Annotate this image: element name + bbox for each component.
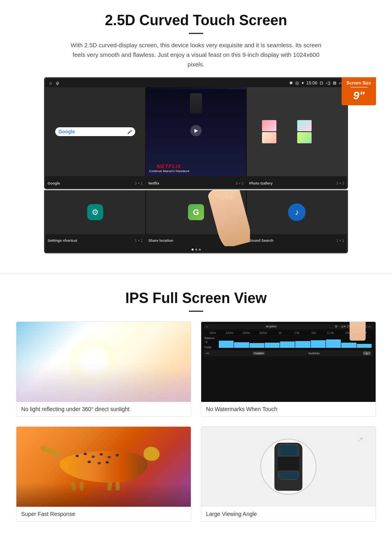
page-dot-3 xyxy=(199,249,201,251)
feature-card-car: ↗ Large Viewing Angle xyxy=(201,426,376,522)
section1-description: With 2.5D curved-display screen, this de… xyxy=(68,40,324,69)
eq-bar-5 xyxy=(280,341,295,348)
wifi-icon: ▾ xyxy=(302,80,304,86)
car-top-view-circle xyxy=(260,439,316,495)
google-search-bar[interactable]: Google 🎤 xyxy=(55,127,135,136)
section-ips-screen: IPS Full Screen View No light reflecting… xyxy=(0,286,392,538)
feature-img-amplifier: ⌂ Amplifier ☰ ··· ◎ ▾ 17:33 ⊡ ◁) ⊠ ▭ — 6… xyxy=(201,322,376,402)
app-cell-google[interactable]: Google 🎤 xyxy=(45,87,145,176)
app-labels-row1: Google 3 × 1 Netflix 3 × 2 Photo Gallery… xyxy=(45,176,347,189)
amp-hand xyxy=(346,321,368,349)
app-label-settings: Settings shortcut 1 × 1 xyxy=(45,234,145,247)
play-button[interactable]: ▶ xyxy=(190,125,202,136)
amp-loudness-label: loudness xyxy=(308,352,320,355)
eq-bar-2 xyxy=(234,342,249,348)
home-icon: ⌂ xyxy=(49,80,52,85)
app-cell-maps[interactable]: G xyxy=(146,190,246,234)
sound-size: 1 × 1 xyxy=(336,239,344,243)
gallery-size: 2 × 2 xyxy=(336,181,344,185)
app-label-sound: Sound Search 1 × 1 xyxy=(247,234,347,247)
app-cell-netflix[interactable]: ▶ NETFLIX Continue Marvel's Daredevil xyxy=(146,87,246,176)
gallery-thumb-2 xyxy=(297,120,312,131)
eq-bar-4 xyxy=(265,343,280,348)
badge-divider xyxy=(350,87,368,88)
gallery-thumb-3 xyxy=(262,132,276,143)
app-cell-sound-search[interactable]: ♪ xyxy=(247,190,347,234)
settings-size: 1 × 1 xyxy=(135,239,143,243)
device-screen: ⌂ ψ ✱ ◎ ▾ 15:06 ⊡ ◁) ⊠ ▭ xyxy=(44,77,348,189)
battery-icon: ⊠ xyxy=(333,80,336,86)
sound-label: Sound Search xyxy=(249,239,274,243)
amp-custom-button[interactable]: Custom xyxy=(252,351,265,355)
title-divider xyxy=(189,33,203,34)
page-dot-1 xyxy=(192,249,194,251)
eq-bar-3 xyxy=(250,343,264,348)
camera-icon: ⊡ xyxy=(320,80,323,86)
badge-size: 9" xyxy=(346,89,371,102)
feature-caption-sunlight: No light reflecting under 360° direct su… xyxy=(16,402,191,416)
device-screen-row2: ⚙ G ♪ Setti xyxy=(44,190,348,253)
google-size: 3 × 1 xyxy=(135,181,143,185)
cheetah-spots xyxy=(76,455,79,457)
volume-icon: ◁) xyxy=(326,80,330,86)
eq-bar-8 xyxy=(326,339,341,348)
clock: 15:06 xyxy=(306,80,318,85)
status-right-icons: ✱ ◎ ▾ 15:06 ⊡ ◁) ⊠ ▭ xyxy=(289,80,343,86)
netflix-logo: NETFLIX xyxy=(149,163,189,169)
amp-toggle[interactable]: ● xyxy=(363,351,371,355)
car-direction-arrow: ↗ xyxy=(357,435,364,444)
screen-size-badge: Screen Size 9" xyxy=(342,77,376,105)
feature-card-amplifier: ⌂ Amplifier ☰ ··· ◎ ▾ 17:33 ⊡ ◁) ⊠ ▭ — 6… xyxy=(201,321,376,417)
cheetah-body xyxy=(60,451,148,483)
settings-label: Settings shortcut xyxy=(48,239,77,243)
feature-caption-car: Large Viewing Angle xyxy=(201,507,376,521)
feature-img-car: ↗ xyxy=(201,427,376,507)
device-mockup: ⌂ ψ ✱ ◎ ▾ 15:06 ⊡ ◁) ⊠ ▭ xyxy=(44,77,348,189)
app-label-netflix: Netflix 3 × 2 xyxy=(146,176,246,189)
app-grid-row1: Google 🎤 ▶ NETFLIX Continue Marvel's Dar… xyxy=(45,87,347,176)
amp-labels: Balance ◁) Fader xyxy=(204,336,373,349)
maps-icon: G xyxy=(188,204,204,220)
section-divider-line xyxy=(0,273,392,274)
section2-divider xyxy=(189,311,203,312)
feature-caption-amplifier: No Watermarks When Touch xyxy=(201,402,376,416)
feature-img-sunlight xyxy=(16,322,191,402)
settings-icon: ⚙ xyxy=(87,204,103,220)
car-body xyxy=(274,443,302,491)
google-label: Google xyxy=(48,181,60,185)
page-dot-2 xyxy=(195,249,197,251)
google-mic-icon: 🎤 xyxy=(127,130,132,134)
app-labels-row2: Settings shortcut 1 × 1 Share location 1… xyxy=(45,234,347,247)
amp-bottom-bar: << Custom loudness ● xyxy=(204,350,373,356)
gallery-thumb-4 xyxy=(297,132,312,143)
badge-title: Screen Size xyxy=(346,80,371,85)
eq-bar-7 xyxy=(311,340,326,348)
section1-title: 2.5D Curved Touch Screen xyxy=(24,12,368,29)
location-icon: ◎ xyxy=(295,80,299,86)
page-indicators xyxy=(45,247,347,252)
netflix-size: 3 × 2 xyxy=(236,181,244,185)
app-cell-settings[interactable]: ⚙ xyxy=(45,190,145,234)
eq-bars-container xyxy=(218,337,372,349)
feature-card-cheetah: Super Fast Response xyxy=(16,426,191,522)
bluetooth-icon: ✱ xyxy=(289,80,293,86)
eq-bar-1 xyxy=(219,341,234,348)
gallery-label: Photo Gallery xyxy=(249,181,273,185)
app-label-gallery: Photo Gallery 2 × 2 xyxy=(247,176,347,189)
app-label-google: Google 3 × 1 xyxy=(45,176,145,189)
feature-grid: No light reflecting under 360° direct su… xyxy=(16,321,376,522)
amp-prev-icon: << xyxy=(206,352,209,355)
feature-img-cheetah xyxy=(16,427,191,507)
gallery-thumbnails xyxy=(262,120,332,143)
section2-title: IPS Full Screen View xyxy=(16,290,376,307)
app-grid-row2: ⚙ G ♪ xyxy=(45,190,347,234)
eq-bar-6 xyxy=(295,341,310,348)
amp-title: Amplifier xyxy=(266,325,276,328)
app-cell-gallery[interactable] xyxy=(247,87,347,176)
feature-card-sunlight: No light reflecting under 360° direct su… xyxy=(16,321,191,417)
hand-touch-overlay xyxy=(206,190,250,246)
netflix-subtitle: Continue Marvel's Daredevil xyxy=(149,169,189,173)
netflix-info: NETFLIX Continue Marvel's Daredevil xyxy=(149,163,189,173)
gallery-thumb-1 xyxy=(262,120,276,131)
share-label: Share location xyxy=(148,239,173,243)
